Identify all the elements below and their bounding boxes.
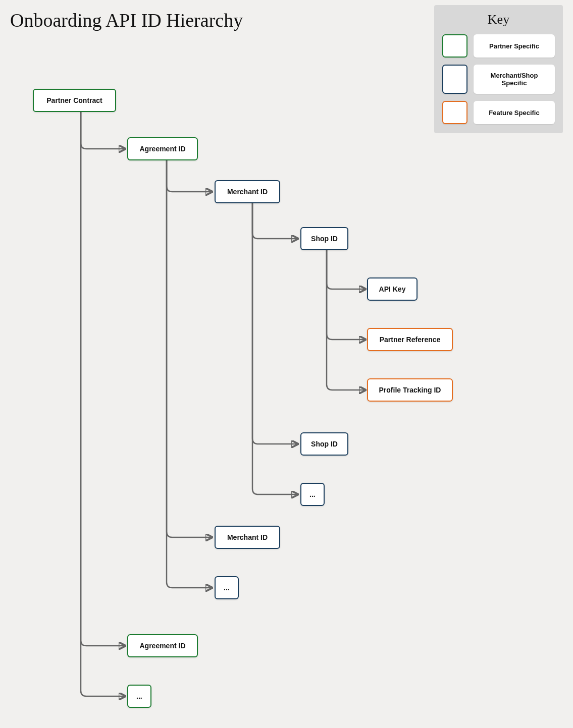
legend-swatch-feature [442,101,467,124]
legend-row-feature: Feature Specific [442,101,555,124]
node-shop-id-1: Shop ID [300,227,348,250]
legend-title: Key [442,12,555,27]
legend-label-feature: Feature Specific [474,101,555,124]
node-shop-more: ... [300,483,325,506]
legend-swatch-partner [442,34,467,58]
legend-row-merchant: Merchant/Shop Specific [442,65,555,94]
legend-box: Key Partner Specific Merchant/Shop Speci… [434,5,563,133]
diagram-title: Onboarding API ID Hierarchy [10,9,243,31]
node-partner-reference: Partner Reference [367,328,453,351]
node-api-key: API Key [367,277,418,301]
node-shop-id-2: Shop ID [300,432,348,456]
node-agreement-id-2: Agreement ID [127,634,198,657]
node-merchant-id-1: Merchant ID [215,180,280,203]
legend-label-partner: Partner Specific [474,34,555,58]
legend-label-merchant: Merchant/Shop Specific [474,65,555,94]
node-merchant-id-2: Merchant ID [215,526,280,549]
node-partner-contract: Partner Contract [33,89,116,112]
node-profile-tracking: Profile Tracking ID [367,378,453,402]
legend-row-partner: Partner Specific [442,34,555,58]
diagram-canvas: Onboarding API ID Hierarchy Key Partner … [0,0,573,728]
node-agreement-more: ... [127,685,151,708]
node-agreement-id-1: Agreement ID [127,137,198,160]
node-merchant-more: ... [215,576,239,599]
legend-swatch-merchant [442,65,467,94]
